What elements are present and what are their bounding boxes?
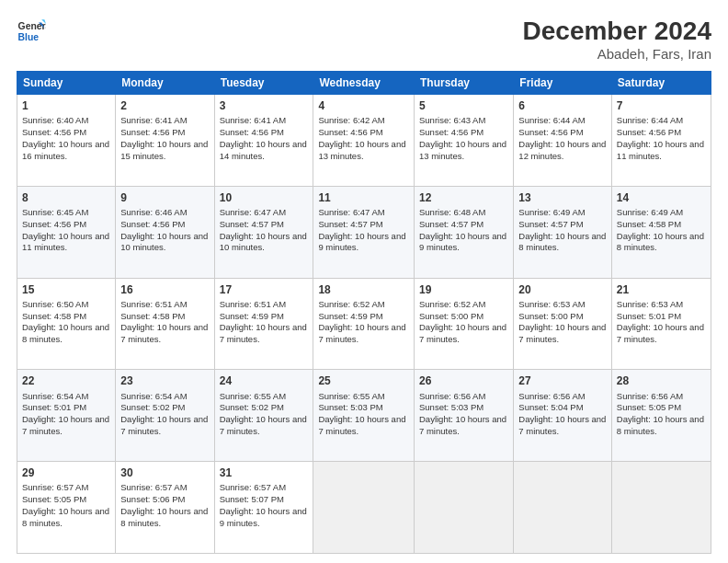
daylight-label: Daylight: 10 hours and 7 minutes. bbox=[518, 414, 606, 436]
sunrise-label: Sunrise: 6:49 AM bbox=[518, 207, 585, 217]
calendar-cell: 27Sunrise: 6:56 AMSunset: 5:04 PMDayligh… bbox=[514, 370, 612, 462]
day-number: 2 bbox=[120, 98, 209, 113]
daylight-label: Daylight: 10 hours and 8 minutes. bbox=[120, 506, 208, 528]
daylight-label: Daylight: 10 hours and 9 minutes. bbox=[419, 231, 506, 253]
sunrise-label: Sunrise: 6:53 AM bbox=[617, 299, 683, 309]
sunrise-label: Sunrise: 6:44 AM bbox=[617, 115, 683, 125]
daylight-label: Daylight: 10 hours and 13 minutes. bbox=[419, 139, 506, 161]
sunset-label: Sunset: 4:56 PM bbox=[617, 127, 681, 137]
logo-icon: General Blue bbox=[17, 17, 46, 46]
daylight-label: Daylight: 10 hours and 13 minutes. bbox=[318, 139, 405, 161]
daylight-label: Daylight: 10 hours and 7 minutes. bbox=[318, 322, 405, 344]
daylight-label: Daylight: 10 hours and 8 minutes. bbox=[518, 231, 606, 253]
sunrise-label: Sunrise: 6:55 AM bbox=[318, 391, 384, 401]
day-number: 6 bbox=[518, 98, 607, 113]
sunrise-label: Sunrise: 6:45 AM bbox=[22, 207, 88, 217]
sunrise-label: Sunrise: 6:40 AM bbox=[22, 115, 88, 125]
sunrise-label: Sunrise: 6:48 AM bbox=[419, 207, 485, 217]
calendar-cell: 6Sunrise: 6:44 AMSunset: 4:56 PMDaylight… bbox=[514, 95, 612, 187]
header-tuesday: Tuesday bbox=[214, 72, 313, 95]
sunrise-label: Sunrise: 6:51 AM bbox=[220, 299, 286, 309]
header-saturday: Saturday bbox=[611, 72, 711, 95]
day-number: 9 bbox=[120, 190, 209, 205]
day-number: 8 bbox=[22, 190, 110, 205]
sunset-label: Sunset: 4:56 PM bbox=[518, 127, 583, 137]
sunset-label: Sunset: 5:04 PM bbox=[518, 402, 583, 412]
sunset-label: Sunset: 4:56 PM bbox=[220, 127, 284, 137]
page-subtitle: Abadeh, Fars, Iran bbox=[523, 46, 711, 62]
calendar-cell: 13Sunrise: 6:49 AMSunset: 4:57 PMDayligh… bbox=[514, 186, 612, 278]
day-number: 24 bbox=[220, 373, 309, 388]
daylight-label: Daylight: 10 hours and 7 minutes. bbox=[220, 414, 307, 436]
sunset-label: Sunset: 5:05 PM bbox=[22, 494, 86, 504]
sunset-label: Sunset: 5:03 PM bbox=[419, 402, 483, 412]
sunset-label: Sunset: 5:00 PM bbox=[419, 311, 483, 321]
sunrise-label: Sunrise: 6:57 AM bbox=[22, 482, 88, 492]
daylight-label: Daylight: 10 hours and 10 minutes. bbox=[120, 231, 208, 253]
calendar-cell: 14Sunrise: 6:49 AMSunset: 4:58 PMDayligh… bbox=[611, 186, 711, 278]
calendar-week-row: 29Sunrise: 6:57 AMSunset: 5:05 PMDayligh… bbox=[17, 462, 711, 554]
daylight-label: Daylight: 10 hours and 14 minutes. bbox=[220, 139, 307, 161]
sunrise-label: Sunrise: 6:52 AM bbox=[419, 299, 485, 309]
calendar-cell: 20Sunrise: 6:53 AMSunset: 5:00 PMDayligh… bbox=[514, 278, 612, 370]
calendar-cell: 18Sunrise: 6:52 AMSunset: 4:59 PMDayligh… bbox=[313, 278, 415, 370]
day-number: 27 bbox=[518, 373, 607, 388]
calendar-cell: 11Sunrise: 6:47 AMSunset: 4:57 PMDayligh… bbox=[313, 186, 415, 278]
daylight-label: Daylight: 10 hours and 15 minutes. bbox=[120, 139, 208, 161]
daylight-label: Daylight: 10 hours and 7 minutes. bbox=[318, 414, 405, 436]
daylight-label: Daylight: 10 hours and 8 minutes. bbox=[617, 414, 704, 436]
sunset-label: Sunset: 4:57 PM bbox=[419, 219, 483, 229]
day-number: 10 bbox=[220, 190, 309, 205]
day-number: 22 bbox=[22, 373, 110, 388]
sunset-label: Sunset: 5:01 PM bbox=[22, 402, 86, 412]
day-number: 28 bbox=[617, 373, 706, 388]
calendar-cell bbox=[415, 462, 514, 554]
calendar-cell: 17Sunrise: 6:51 AMSunset: 4:59 PMDayligh… bbox=[214, 278, 313, 370]
sunrise-label: Sunrise: 6:55 AM bbox=[220, 391, 286, 401]
day-number: 5 bbox=[419, 98, 508, 113]
sunset-label: Sunset: 4:58 PM bbox=[120, 311, 185, 321]
day-number: 30 bbox=[120, 465, 209, 480]
day-number: 19 bbox=[419, 282, 508, 297]
header-friday: Friday bbox=[514, 72, 612, 95]
header-wednesday: Wednesday bbox=[313, 72, 415, 95]
day-number: 3 bbox=[220, 98, 309, 113]
sunset-label: Sunset: 4:56 PM bbox=[120, 219, 185, 229]
calendar-cell: 23Sunrise: 6:54 AMSunset: 5:02 PMDayligh… bbox=[116, 370, 214, 462]
sunrise-label: Sunrise: 6:51 AM bbox=[120, 299, 187, 309]
sunset-label: Sunset: 5:03 PM bbox=[318, 402, 382, 412]
day-number: 18 bbox=[318, 282, 409, 297]
day-number: 26 bbox=[419, 373, 508, 388]
sunset-label: Sunset: 4:56 PM bbox=[318, 127, 382, 137]
sunrise-label: Sunrise: 6:56 AM bbox=[518, 391, 585, 401]
day-number: 31 bbox=[220, 465, 309, 480]
day-number: 13 bbox=[518, 190, 607, 205]
daylight-label: Daylight: 10 hours and 11 minutes. bbox=[22, 231, 109, 253]
sunset-label: Sunset: 4:56 PM bbox=[22, 219, 86, 229]
calendar-cell: 8Sunrise: 6:45 AMSunset: 4:56 PMDaylight… bbox=[17, 186, 116, 278]
day-number: 1 bbox=[22, 98, 110, 113]
sunrise-label: Sunrise: 6:56 AM bbox=[419, 391, 485, 401]
daylight-label: Daylight: 10 hours and 9 minutes. bbox=[318, 231, 405, 253]
sunset-label: Sunset: 4:57 PM bbox=[318, 219, 382, 229]
calendar-cell bbox=[514, 462, 612, 554]
sunset-label: Sunset: 4:57 PM bbox=[518, 219, 583, 229]
day-number: 16 bbox=[120, 282, 209, 297]
sunrise-label: Sunrise: 6:49 AM bbox=[617, 207, 683, 217]
calendar-week-row: 1Sunrise: 6:40 AMSunset: 4:56 PMDaylight… bbox=[17, 95, 711, 187]
day-number: 25 bbox=[318, 373, 409, 388]
daylight-label: Daylight: 10 hours and 8 minutes. bbox=[617, 231, 704, 253]
calendar-cell: 5Sunrise: 6:43 AMSunset: 4:56 PMDaylight… bbox=[415, 95, 514, 187]
sunset-label: Sunset: 5:06 PM bbox=[120, 494, 185, 504]
calendar-cell: 30Sunrise: 6:57 AMSunset: 5:06 PMDayligh… bbox=[116, 462, 214, 554]
daylight-label: Daylight: 10 hours and 9 minutes. bbox=[220, 506, 307, 528]
sunset-label: Sunset: 4:56 PM bbox=[419, 127, 483, 137]
daylight-label: Daylight: 10 hours and 11 minutes. bbox=[617, 139, 704, 161]
sunset-label: Sunset: 4:56 PM bbox=[120, 127, 185, 137]
calendar-cell: 29Sunrise: 6:57 AMSunset: 5:05 PMDayligh… bbox=[17, 462, 116, 554]
sunrise-label: Sunrise: 6:43 AM bbox=[419, 115, 485, 125]
title-block: December 2024 Abadeh, Fars, Iran bbox=[523, 17, 711, 62]
day-number: 23 bbox=[120, 373, 209, 388]
calendar-cell: 3Sunrise: 6:41 AMSunset: 4:56 PMDaylight… bbox=[214, 95, 313, 187]
calendar-header-row: Sunday Monday Tuesday Wednesday Thursday… bbox=[17, 72, 711, 95]
